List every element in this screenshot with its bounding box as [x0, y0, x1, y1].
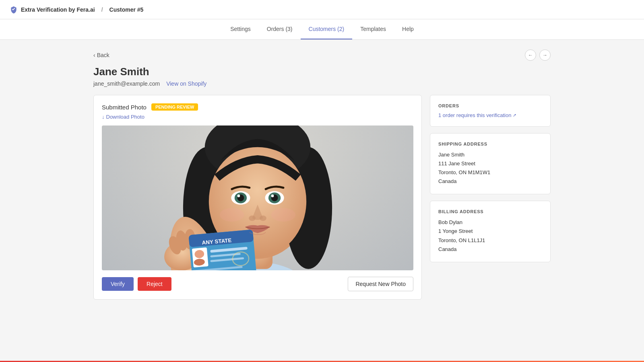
- request-new-photo-button[interactable]: Request New Photo: [348, 277, 413, 291]
- download-icon: ↓: [102, 114, 105, 120]
- nav-item-orders[interactable]: Orders (3): [259, 19, 301, 39]
- shipping-title: SHIPPING ADDRESS: [438, 142, 542, 146]
- btn-group: Verify Reject: [102, 277, 171, 291]
- shipping-name: Jane Smith: [438, 150, 542, 159]
- photo-title: Submitted Photo: [102, 104, 147, 111]
- photo-header: Submitted Photo Pending Review: [102, 103, 413, 111]
- orders-section-title: ORDERS: [438, 103, 542, 108]
- side-panel: ORDERS 1 order requires this verificatio…: [430, 95, 551, 300]
- content-grid: Submitted Photo Pending Review ↓ Downloa…: [93, 95, 551, 300]
- billing-line2: Toronto, ON L1L1J1: [438, 236, 542, 245]
- billing-name: Bob Dylan: [438, 218, 542, 227]
- shipping-line2: Toronto, ON M1M1W1: [438, 168, 542, 177]
- verify-button[interactable]: Verify: [102, 277, 134, 291]
- prev-customer-button[interactable]: ←: [525, 49, 536, 61]
- photo-image-container: ANY STATE: [102, 125, 413, 270]
- nav-item-customers[interactable]: Customers (2): [301, 19, 353, 39]
- billing-line1: 1 Yonge Street: [438, 227, 542, 236]
- svg-point-14: [237, 195, 240, 197]
- topbar-page-label: Customer #5: [109, 6, 144, 13]
- billing-address: Bob Dylan 1 Yonge Street Toronto, ON L1L…: [438, 218, 542, 253]
- external-link-icon: ➚: [513, 113, 516, 118]
- shipping-address: Jane Smith 111 Jane Street Toronto, ON M…: [438, 150, 542, 186]
- svg-point-20: [260, 216, 266, 221]
- next-customer-button[interactable]: →: [539, 49, 551, 61]
- shipping-line1: 111 Jane Street: [438, 159, 542, 168]
- brand-name: Extra Verification by Fera.ai: [21, 6, 95, 13]
- submitted-photo-svg: ANY STATE: [102, 125, 413, 270]
- svg-point-38: [271, 208, 296, 222]
- reject-button[interactable]: Reject: [138, 277, 171, 291]
- customer-email: jane_smith@example.com: [93, 80, 160, 87]
- billing-country: Canada: [438, 245, 542, 254]
- nav-item-help[interactable]: Help: [394, 19, 422, 39]
- top-row: ‹ Back ← →: [93, 49, 551, 61]
- orders-link[interactable]: 1 order requires this verification ➚: [438, 112, 542, 118]
- back-label: Back: [97, 52, 109, 58]
- shipping-country: Canada: [438, 177, 542, 186]
- view-on-shopify-link[interactable]: View on Shopify: [166, 80, 206, 87]
- download-label: Download Photo: [106, 114, 144, 120]
- billing-card: BILLING ADDRESS Bob Dylan 1 Yonge Street…: [430, 201, 551, 262]
- main-nav: Settings Orders (3) Customers (2) Templa…: [0, 19, 644, 40]
- back-link[interactable]: ‹ Back: [93, 52, 109, 58]
- orders-card: ORDERS 1 order requires this verificatio…: [430, 95, 551, 127]
- shield-icon: [10, 6, 18, 14]
- download-photo-link[interactable]: ↓ Download Photo: [102, 114, 413, 120]
- svg-point-18: [271, 195, 274, 197]
- nav-arrows: ← →: [525, 49, 551, 61]
- topbar-divider: /: [101, 6, 103, 13]
- shipping-card: SHIPPING ADDRESS Jane Smith 111 Jane Str…: [430, 133, 551, 194]
- customer-name: Jane Smith: [93, 66, 551, 78]
- photo-card: Submitted Photo Pending Review ↓ Downloa…: [93, 95, 422, 300]
- back-chevron-icon: ‹: [93, 52, 95, 58]
- orders-link-label: 1 order requires this verification: [438, 112, 511, 118]
- svg-point-37: [220, 208, 244, 222]
- nav-item-settings[interactable]: Settings: [222, 19, 259, 39]
- photo-actions: Verify Reject Request New Photo: [102, 277, 413, 291]
- billing-title: BILLING ADDRESS: [438, 209, 542, 214]
- status-badge: Pending Review: [151, 103, 198, 111]
- brand: Extra Verification by Fera.ai / Customer…: [10, 6, 143, 14]
- nav-item-templates[interactable]: Templates: [352, 19, 394, 39]
- topbar: Extra Verification by Fera.ai / Customer…: [0, 0, 644, 19]
- customer-meta: jane_smith@example.com View on Shopify: [93, 80, 551, 87]
- svg-point-19: [249, 216, 256, 221]
- main-content: ‹ Back ← → Jane Smith jane_smith@example…: [80, 40, 564, 309]
